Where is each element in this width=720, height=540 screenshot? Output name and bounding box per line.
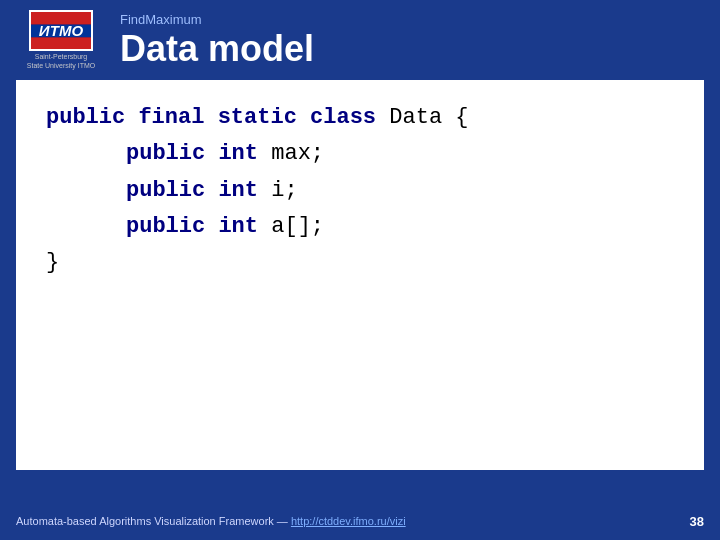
- keyword-public: public: [46, 105, 125, 130]
- header-text: FindMaximum Data model: [120, 12, 704, 69]
- logo-box: ИТМО: [29, 10, 93, 51]
- header: ИТМО Saint-Petersburg State University I…: [0, 0, 720, 80]
- keyword-public2: public: [126, 141, 205, 166]
- footer-page-number: 38: [690, 514, 704, 529]
- main-content: public final static class Data { public …: [16, 80, 704, 470]
- slide-subtitle: FindMaximum: [120, 12, 704, 27]
- keyword-final: final: [138, 105, 204, 130]
- code-line-3: public int i;: [46, 173, 674, 209]
- svg-text:ИТМО: ИТМО: [39, 21, 84, 38]
- slide-title: Data model: [120, 29, 704, 69]
- code-line-2: public int max;: [46, 136, 674, 172]
- footer-link[interactable]: http://ctddev.ifmo.ru/vizi: [291, 515, 406, 527]
- logo-area: ИТМО Saint-Petersburg State University I…: [16, 10, 106, 70]
- type-int-3: int: [218, 214, 258, 239]
- code-line-5: }: [46, 245, 674, 281]
- footer: Automata-based Algorithms Visualization …: [0, 502, 720, 540]
- footer-attribution: Automata-based Algorithms Visualization …: [16, 515, 406, 527]
- code-block: public final static class Data { public …: [46, 100, 674, 281]
- code-line-1: public final static class Data {: [46, 100, 674, 136]
- code-line-4: public int a[];: [46, 209, 674, 245]
- type-int-1: int: [218, 141, 258, 166]
- keyword-public3: public: [126, 178, 205, 203]
- logo-line1: Saint-Petersburg: [27, 53, 95, 61]
- keyword-public4: public: [126, 214, 205, 239]
- keyword-class: class: [310, 105, 376, 130]
- footer-text-label: Automata-based Algorithms Visualization …: [16, 515, 291, 527]
- keyword-static: static: [218, 105, 297, 130]
- logo-line2: State University ITMO: [27, 62, 95, 70]
- logo-subtext: Saint-Petersburg State University ITMO: [27, 53, 95, 70]
- svg-rect-3: [31, 37, 91, 50]
- type-int-2: int: [218, 178, 258, 203]
